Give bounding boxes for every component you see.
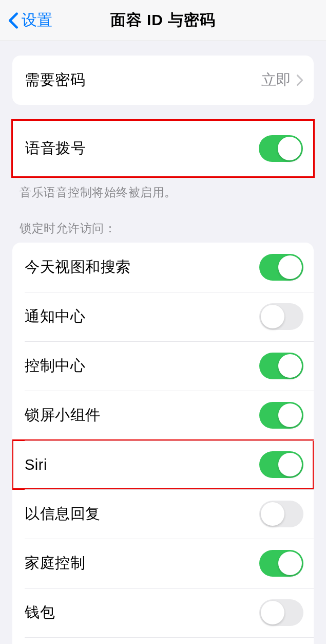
access-label-today-view-search: 今天视图和搜索	[25, 257, 131, 278]
access-row-control-center: 控制中心	[12, 341, 314, 391]
voice-dial-group: 语音拨号	[11, 119, 315, 178]
voice-dial-label: 语音拨号	[25, 138, 86, 159]
require-passcode-value-text: 立即	[261, 70, 291, 90]
access-label-home-control: 家庭控制	[25, 553, 85, 574]
navbar: 设置 面容 ID 与密码	[0, 0, 326, 41]
access-row-wallet: 钱包	[12, 588, 314, 637]
back-button[interactable]: 设置	[8, 10, 52, 31]
access-label-control-center: 控制中心	[25, 356, 85, 376]
access-toggle-notification-center[interactable]	[259, 303, 303, 330]
voice-dial-row: 语音拨号	[13, 121, 313, 176]
access-group: 今天视图和搜索通知中心控制中心锁屏小组件Siri以信息回复家庭控制钱包回拨未接来…	[12, 243, 314, 644]
access-label-reply-with-message: 以信息回复	[25, 504, 101, 524]
access-row-lockscreen-widgets: 锁屏小组件	[12, 391, 314, 440]
access-toggle-reply-with-message[interactable]	[259, 501, 303, 527]
require-passcode-row[interactable]: 需要密码 立即	[12, 56, 314, 105]
page-title: 面容 ID 与密码	[110, 10, 216, 31]
chevron-right-icon	[296, 74, 303, 86]
toggle-knob	[261, 502, 284, 526]
access-row-siri: Siri	[12, 440, 314, 489]
voice-dial-toggle[interactable]	[259, 135, 303, 162]
require-passcode-value: 立即	[261, 70, 303, 90]
access-row-home-control: 家庭控制	[12, 539, 314, 588]
access-toggle-lockscreen-widgets[interactable]	[259, 402, 303, 429]
toggle-knob	[261, 601, 284, 624]
toggle-knob	[261, 305, 284, 328]
access-row-today-view-search: 今天视图和搜索	[12, 243, 314, 292]
access-toggle-home-control[interactable]	[259, 550, 303, 577]
back-label: 设置	[22, 10, 52, 31]
toggle-knob	[278, 354, 302, 378]
toggle-knob	[278, 403, 302, 427]
access-label-wallet: 钱包	[25, 602, 55, 623]
access-row-notification-center: 通知中心	[12, 292, 314, 341]
access-toggle-today-view-search[interactable]	[259, 254, 303, 281]
toggle-knob	[278, 137, 301, 160]
access-toggle-wallet[interactable]	[259, 599, 303, 626]
toggle-knob	[278, 453, 302, 476]
toggle-knob	[278, 255, 302, 279]
access-row-return-missed-calls: 回拨未接来电	[12, 637, 314, 644]
access-label-notification-center: 通知中心	[25, 306, 85, 327]
access-toggle-control-center[interactable]	[259, 353, 303, 379]
access-label-siri: Siri	[25, 456, 47, 473]
access-row-reply-with-message: 以信息回复	[12, 489, 314, 539]
voice-dial-footer: 音乐语音控制将始终被启用。	[20, 184, 306, 201]
require-passcode-group: 需要密码 立即	[12, 56, 314, 105]
access-header: 锁定时允许访问：	[20, 220, 306, 236]
content: 需要密码 立即 语音拨号 音乐语音控制将始终被启用。 锁定时允许访问： 今天视图…	[0, 56, 326, 644]
require-passcode-label: 需要密码	[25, 70, 85, 90]
chevron-left-icon	[8, 12, 18, 29]
access-toggle-siri[interactable]	[259, 451, 303, 478]
toggle-knob	[278, 551, 302, 575]
access-label-lockscreen-widgets: 锁屏小组件	[25, 405, 101, 426]
